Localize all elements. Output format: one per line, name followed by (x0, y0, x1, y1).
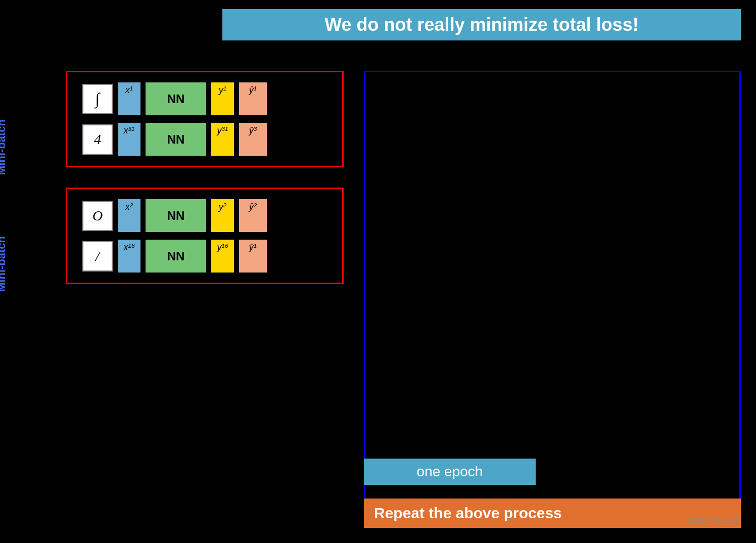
x2-1: x2 (118, 199, 140, 232)
digit1-2: 4 (82, 124, 113, 155)
x1-1: x1 (118, 82, 140, 115)
y1-1: y1 (211, 82, 234, 115)
x1-2: x31 (118, 123, 140, 156)
minibatch2-row1: O x2 NN y2 ŷ2 (82, 199, 332, 232)
nn1-1: NN (146, 82, 206, 115)
minibatch2-container: Mini-batch O x2 NN y2 ŷ2 / x16 NN y16 ŷ1 (15, 188, 344, 284)
minibatch1-row1: ∫ x1 NN y1 ŷ1 (82, 82, 332, 115)
yhat1-2: ŷ3 (239, 123, 267, 156)
y1-2: y31 (211, 123, 234, 156)
minibatch1-row2: 4 x31 NN y31 ŷ3 (82, 123, 332, 156)
minibatch2-row2: / x16 NN y16 ŷ1 (82, 240, 332, 273)
watermark: CSDN @算法黑哥 (689, 517, 738, 525)
one-epoch-text: one epoch (417, 464, 483, 479)
nn2-2: NN (146, 240, 206, 273)
minibatch1-container: Mini-batch ∫ x1 NN y1 ŷ1 4 x31 NN y31 ŷ3 (15, 71, 344, 167)
digit2-1: O (82, 201, 113, 231)
digit2-2: / (82, 241, 113, 272)
minibatch2-label: Mini-batch (0, 236, 8, 292)
x2-2: x16 (118, 240, 140, 273)
title-bar: We do not really minimize total loss! (222, 9, 741, 40)
title-text: We do not really minimize total loss! (324, 14, 638, 35)
minibatch1-box: ∫ x1 NN y1 ŷ1 4 x31 NN y31 ŷ3 (66, 71, 344, 167)
repeat-text: Repeat the above process (374, 505, 562, 521)
y2-1: y2 (211, 199, 234, 232)
yhat1-1: ŷ1 (239, 82, 267, 115)
yhat2-1: ŷ2 (239, 199, 267, 232)
left-section: Mini-batch ∫ x1 NN y1 ŷ1 4 x31 NN y31 ŷ3 (15, 71, 344, 299)
nn2-1: NN (146, 199, 206, 232)
digit1-1: ∫ (82, 84, 113, 114)
one-epoch-label: one epoch (364, 459, 536, 485)
y2-2: y16 (211, 240, 234, 273)
nn1-2: NN (146, 123, 206, 156)
repeat-label: Repeat the above process (364, 499, 741, 528)
minibatch2-box: O x2 NN y2 ŷ2 / x16 NN y16 ŷ1 (66, 188, 344, 284)
yhat2-2: ŷ1 (239, 240, 267, 273)
minibatch1-label: Mini-batch (0, 119, 8, 175)
